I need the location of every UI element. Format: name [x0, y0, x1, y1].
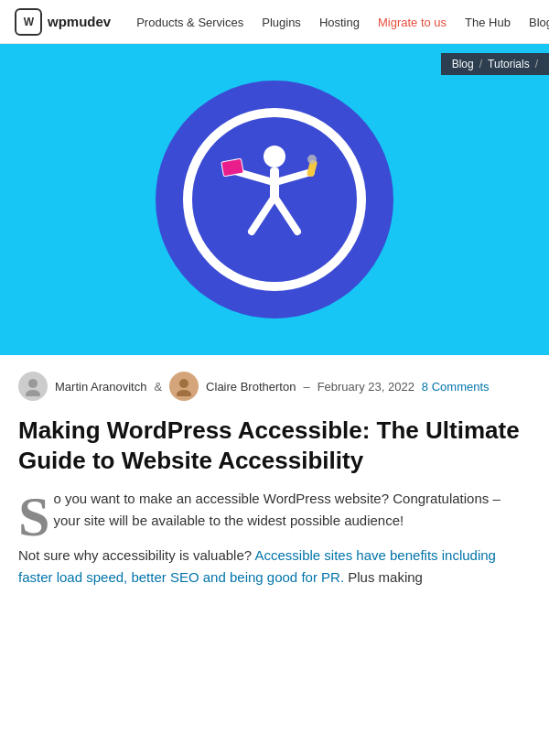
- nav-link-hosting[interactable]: Hosting: [310, 16, 369, 29]
- author2-avatar: [169, 372, 199, 401]
- nav-link-migrate[interactable]: Migrate to us: [369, 16, 456, 29]
- article-meta: Martin Aranovitch & Claire Brotherton – …: [0, 355, 549, 410]
- breadcrumb-sep1: /: [479, 58, 482, 70]
- nav-link-blog[interactable]: Blog: [520, 16, 549, 29]
- svg-point-10: [28, 379, 38, 388]
- breadcrumb-blog-link[interactable]: Blog: [452, 58, 474, 70]
- svg-point-0: [264, 146, 285, 167]
- accessibility-figure-icon: [220, 140, 329, 259]
- nav-item-migrate: Migrate to us: [369, 14, 456, 30]
- hero-circle: [156, 81, 393, 319]
- article-title: Making WordPress Accessible: The Ultimat…: [0, 410, 549, 488]
- para-text-start: Not sure why accessibility is valuable?: [18, 547, 254, 563]
- nav-item-products: Products & Services: [127, 14, 253, 30]
- svg-line-5: [276, 200, 297, 232]
- svg-point-11: [26, 390, 40, 396]
- navigation: W wpmudev Products & Services Plugins Ho…: [0, 0, 549, 44]
- nav-links: Products & Services Plugins Hosting Migr…: [127, 14, 549, 30]
- svg-line-4: [252, 200, 273, 232]
- drop-cap-text: o you want to make an accessible WordPre…: [53, 491, 500, 528]
- drop-cap-paragraph: So you want to make an accessible WordPr…: [18, 488, 531, 532]
- nav-item-hub: The Hub: [456, 14, 520, 30]
- author2-name: Claire Brotherton: [206, 380, 296, 394]
- publish-date: February 23, 2022: [318, 380, 414, 394]
- date-prefix: –: [303, 380, 309, 394]
- nav-item-plugins: Plugins: [253, 14, 310, 30]
- drop-cap-letter: S: [18, 495, 49, 538]
- svg-point-12: [179, 379, 188, 388]
- hero-inner-circle: [183, 108, 366, 291]
- site-logo[interactable]: W wpmudev: [15, 8, 111, 36]
- nav-link-hub[interactable]: The Hub: [456, 16, 520, 29]
- nav-link-plugins[interactable]: Plugins: [253, 16, 310, 29]
- breadcrumb-tutorials-link[interactable]: Tutorials: [488, 58, 530, 70]
- nav-item-hosting: Hosting: [310, 14, 369, 30]
- breadcrumb-sep2: /: [535, 58, 538, 70]
- logo-icon: W: [15, 8, 42, 36]
- author1-name: Martin Aranovitch: [55, 380, 146, 394]
- nav-link-products[interactable]: Products & Services: [127, 16, 253, 29]
- author-separator: &: [154, 380, 162, 394]
- normal-paragraph: Not sure why accessibility is valuable? …: [18, 545, 531, 589]
- article-body: So you want to make an accessible WordPr…: [0, 488, 549, 589]
- breadcrumb: Blog / Tutorials /: [441, 53, 549, 75]
- svg-point-13: [177, 390, 191, 396]
- svg-line-3: [279, 172, 311, 181]
- author1-avatar: [18, 372, 48, 401]
- nav-item-blog: Blog: [520, 14, 549, 30]
- svg-point-9: [307, 155, 317, 164]
- para-text-end: Plus making: [344, 569, 423, 585]
- comments-link[interactable]: 8 Comments: [422, 380, 490, 394]
- logo-text: wpmudev: [48, 14, 111, 29]
- hero-image: Blog / Tutorials /: [0, 44, 549, 355]
